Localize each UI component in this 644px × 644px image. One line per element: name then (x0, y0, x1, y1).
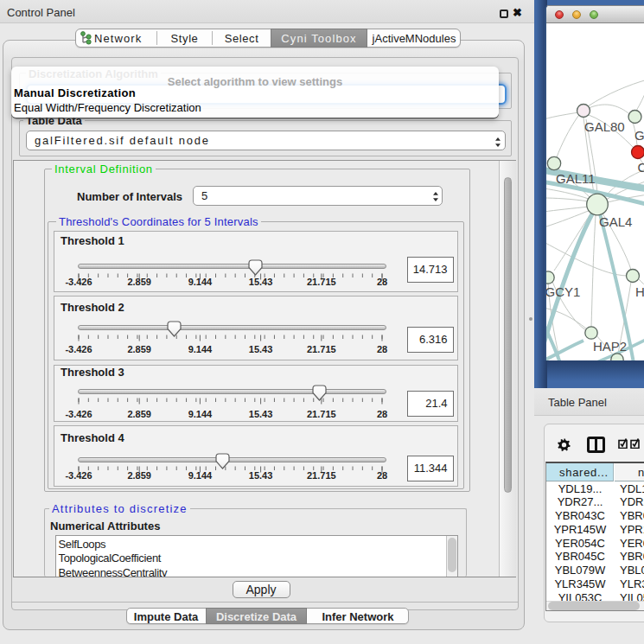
svg-text:GCY1: GCY1 (546, 284, 580, 299)
svg-text:GAL80: GAL80 (584, 119, 625, 134)
svg-text:GAL4: GAL4 (599, 214, 632, 229)
svg-text:GAL11: GAL11 (556, 171, 596, 186)
svg-text:HAP2: HAP2 (593, 339, 627, 354)
svg-text:H: H (635, 284, 644, 299)
svg-text:G: G (634, 128, 644, 143)
svg-text:C: C (638, 160, 644, 175)
